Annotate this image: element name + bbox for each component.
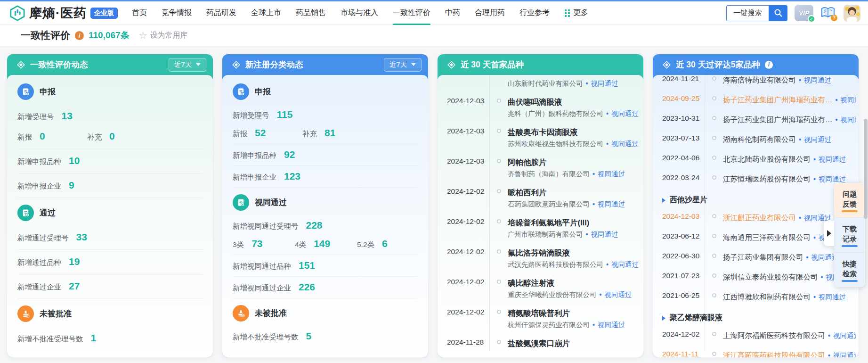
logo-hexagon-icon: [9, 5, 25, 21]
clipboard-check-icon: [233, 194, 249, 211]
deemed-pass-link[interactable]: 视同通过: [591, 231, 618, 238]
timeline-date: 2024-09-25: [662, 94, 706, 103]
stamp-x-icon: [233, 305, 249, 322]
nav-item-home[interactable]: 首页: [132, 1, 147, 25]
panel-collapse-tab[interactable]: [824, 221, 834, 246]
nav-item-drug-sales[interactable]: 药品销售: [296, 1, 326, 25]
timeline-item-partial: 山东新时代药业有限公司•视同通过: [438, 78, 643, 93]
stat-value: 10: [69, 155, 80, 166]
stat-label: 新增视同通过企业: [233, 283, 291, 293]
range-select[interactable]: 近7天: [169, 58, 206, 72]
search-button[interactable]: [769, 5, 787, 21]
deemed-pass-link[interactable]: 视同通过: [804, 136, 831, 143]
grid-dots-icon: [564, 9, 570, 17]
manual-book-button[interactable]: ?: [820, 6, 836, 21]
deemed-pass-link[interactable]: 视同通过: [819, 293, 846, 301]
deemed-pass-link[interactable]: 视同通过: [598, 170, 625, 178]
nav-item-consistency-eval[interactable]: 一致性评价: [393, 1, 430, 25]
deemed-pass-link[interactable]: 视同通过: [611, 261, 639, 268]
stat-label: 新增受理号: [17, 112, 54, 122]
quick-search[interactable]: 一键搜索: [726, 5, 787, 21]
deemed-pass-link[interactable]: 视同通过: [819, 156, 846, 163]
deemed-pass-link[interactable]: 视同通过: [611, 110, 639, 117]
favorite-label: 设为常用库: [150, 31, 188, 41]
logo[interactable]: 摩熵·医药 企业版: [9, 5, 118, 22]
drug-group-header[interactable]: 聚乙烯醇滴眼液: [653, 307, 859, 326]
bullet: •: [813, 175, 816, 183]
stat-label: 补充: [302, 129, 317, 139]
section-label: 通过: [40, 207, 56, 218]
stat-label: 新增受理号: [233, 111, 269, 121]
deemed-pass-link[interactable]: 视同通过: [841, 116, 856, 124]
timeline-marker-icon: [497, 99, 501, 103]
company-name: 重庆圣华曦药业股份有限公司: [508, 291, 597, 298]
range-label: 近7天: [389, 60, 407, 69]
stat-value: 0: [40, 131, 45, 142]
section-rejected: 未被批准: [17, 299, 203, 326]
deemed-pass-link[interactable]: 视同通过: [833, 352, 856, 357]
vip-badge[interactable]: VIP ✓: [795, 5, 813, 21]
company-name: 扬子江药业集团广州海瑞药业有…: [723, 116, 833, 124]
stat-value: 9: [69, 180, 74, 191]
timeline-date: 2024-12-02: [447, 217, 490, 226]
navbar-right: 一键搜索 VIP ✓ ?: [726, 5, 860, 22]
deemed-pass-link[interactable]: 视同通过: [841, 96, 856, 104]
favorite-toggle[interactable]: ☆ 设为常用库: [139, 31, 188, 41]
timeline-date: 2023-10-31: [662, 114, 706, 123]
nav-item-industry-ref[interactable]: 行业参考: [519, 1, 550, 25]
scrollbar-thumb[interactable]: [864, 119, 868, 219]
timeline-item: 2024-12-02 精氨酸培哚普利片杭州仟源保灵药业有限公司•视同通过: [438, 304, 643, 334]
nav-item-competitive-intel[interactable]: 竞争情报: [162, 1, 192, 25]
drug-group-header[interactable]: 西他沙星片: [653, 189, 859, 208]
nav-item-global-launch[interactable]: 全球上市: [251, 1, 281, 25]
page-subheader: 一致性评价 i 110,067条 ☆ 设为常用库: [0, 25, 868, 46]
deemed-pass-link[interactable]: 视同通过: [611, 140, 639, 148]
timeline-date: 2024-12-02: [662, 330, 706, 338]
stat-row: 新增不批准受理号数1: [17, 326, 203, 346]
quick-retrieval-button[interactable]: 快捷检索: [834, 252, 865, 287]
timeline-marker-icon: [712, 293, 716, 297]
timeline-date: 2024-12-03: [447, 126, 490, 135]
deemed-pass-link[interactable]: 视同通过: [598, 321, 625, 329]
chevron-right-icon: [662, 316, 665, 321]
stat-row: 新增申报品种10: [17, 149, 203, 173]
info-icon[interactable]: i: [75, 31, 84, 40]
timeline-marker-icon: [497, 189, 501, 193]
download-history-button[interactable]: 下载记录: [834, 217, 865, 252]
avatar[interactable]: [844, 5, 860, 22]
card-body: 2024-11-21 海南倍特药业有限公司•视同通过 2024-09-25 扬子…: [653, 75, 859, 357]
company-name: 杭州仟源保灵药业有限公司: [508, 321, 590, 329]
timeline-date: 2024-11-11: [662, 349, 706, 357]
nav-item-rational-use[interactable]: 合理用药: [475, 1, 505, 25]
deemed-pass-link[interactable]: 视同通过: [804, 76, 831, 84]
timeline-date: 2024-12-02: [447, 277, 490, 286]
stat-label: 新增申报企业: [233, 173, 276, 182]
stat-value: 19: [69, 256, 80, 267]
stat-label: 5.2类: [357, 240, 374, 250]
timeline-date: 2021-07-23: [662, 271, 706, 280]
timeline-marker-icon: [712, 136, 716, 140]
feedback-button[interactable]: 问题反馈: [834, 183, 865, 217]
deemed-pass-link[interactable]: 视同通过: [591, 80, 618, 87]
stat-value: 115: [277, 109, 293, 120]
deemed-pass-link[interactable]: 视同通过: [833, 332, 856, 339]
company-name: 扬子江药业集团有限公司: [723, 253, 803, 261]
info-icon[interactable]: i: [765, 61, 773, 69]
stat-label: 新增视同通过受理号: [233, 222, 299, 231]
bullet: •: [799, 214, 801, 222]
drug-name: 阿帕他胺片: [508, 157, 640, 168]
range-select[interactable]: 近7天: [384, 58, 422, 72]
nav-item-market-access[interactable]: 市场与准入: [341, 1, 378, 25]
nav-item-tcm[interactable]: 中药: [445, 1, 460, 25]
timeline-date: 2022-06-30: [662, 251, 706, 260]
deemed-pass-link[interactable]: 视同通过: [605, 291, 632, 298]
deemed-pass-link[interactable]: 视同通过: [598, 200, 625, 208]
card-consistency-evaluation-trends: 一致性评价动态 近7天 申报 新增受理号13 新报0 补充0 新增申报品种10 …: [7, 54, 213, 357]
nav-item-more[interactable]: 更多: [564, 1, 588, 25]
timeline-date: 2024-11-28: [447, 338, 490, 346]
timeline-item: 2024-12-02 氟比洛芬钠滴眼液武汉先路医药科技股份有限公司•视同通过: [438, 244, 643, 274]
company-name: 扬子江药业集团广州海瑞药业有…: [723, 96, 833, 104]
drug-name: 精氨酸培哚普利片: [508, 307, 640, 319]
deemed-pass-link[interactable]: 视同通过: [819, 175, 846, 183]
nav-item-drug-rd[interactable]: 药品研发: [206, 1, 236, 25]
